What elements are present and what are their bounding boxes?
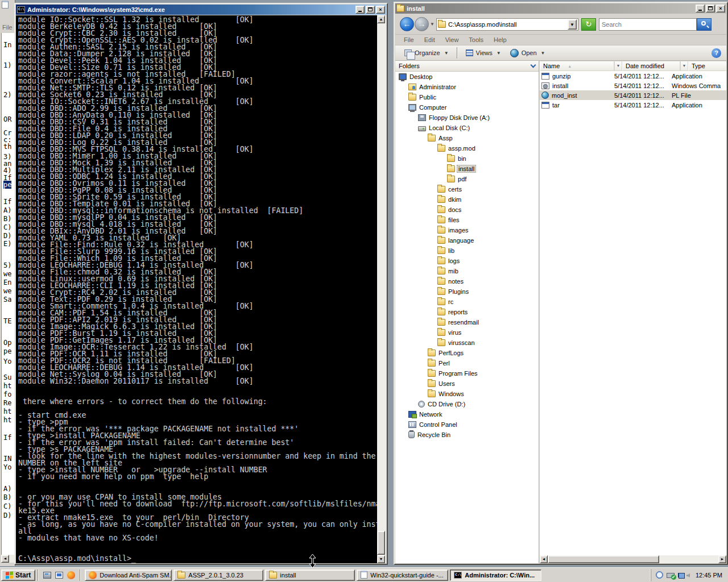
notepad-window[interactable]: File In1)2)ORCrc:th3)an4)IfpeIfA)B)C)D)E… [0,0,15,566]
column-header[interactable]: Type [688,61,726,71]
notepad-file-menu[interactable]: File [2,24,13,31]
tree-item[interactable]: rc [395,297,539,307]
tree-item[interactable]: bin [395,153,539,164]
forward-button[interactable]: → [415,17,429,31]
views-button[interactable]: Views ▼ [462,48,504,58]
files-horizontal-scrollbar[interactable]: ◄ ► [540,555,726,563]
cmd-window[interactable]: Administrator: C:\Windows\system32\cmd.e… [14,3,388,565]
address-bar[interactable]: C:\Assp\assp.mod\install ▼ [436,18,578,31]
tree-item[interactable]: images [395,225,539,235]
tree-item[interactable]: Program Files [395,368,539,379]
tree-item[interactable]: Local Disk (C:) [395,123,539,133]
scroll-left-button[interactable]: ◄ [540,555,548,563]
tree-item[interactable]: resendmail [395,317,539,327]
history-dropdown-icon[interactable]: ▼ [430,22,435,27]
address-dropdown-button[interactable]: ▼ [568,19,577,30]
tree-item[interactable]: Recycle Bin [395,430,539,440]
refresh-button[interactable]: ↻ [581,18,596,31]
file-row[interactable]: mod_inst 5/14/2011 12:12... PL File [540,90,726,100]
menu-item[interactable]: File [399,35,419,44]
scroll-left-button[interactable]: ◄ [1,555,9,563]
tree-item[interactable]: logs [395,256,539,266]
tree-item[interactable]: language [395,235,539,246]
scrollbar-thumb[interactable] [377,531,385,555]
tree-item[interactable]: Network [395,409,539,419]
menu-item[interactable]: Edit [419,35,440,44]
tree-item[interactable]: files [395,215,539,225]
maximize-button[interactable] [366,6,375,14]
tree-item[interactable]: Assp [395,133,539,143]
tree-item[interactable]: CD Drive (D:) [395,399,539,409]
menu-item[interactable]: Help [489,35,512,44]
cmd-console[interactable]: module IO::Socket::SSL 1.32 is installed… [16,15,377,563]
tree-item[interactable]: mib [395,266,539,276]
file-row[interactable]: gunzip 5/14/2011 12:12... Application [540,71,726,81]
minimize-button[interactable] [355,6,365,14]
tree-item[interactable]: pdf [395,174,539,184]
network-globe-icon[interactable] [656,571,663,579]
notepad-text-area[interactable]: In1)2)ORCrc:th3)an4)IfpeIfA)B)C)D)E)5)we… [1,33,15,555]
search-box[interactable] [599,18,697,31]
minimize-button[interactable] [696,5,705,13]
tree-item[interactable]: notes [395,276,539,286]
tree-item[interactable]: Control Panel [395,419,539,430]
hardware-safely-remove-icon[interactable] [667,573,675,578]
tree-item[interactable]: virus [395,327,539,338]
tree-item[interactable]: Users [395,379,539,389]
menu-item[interactable]: View [440,35,464,44]
cmd-titlebar[interactable]: Administrator: C:\Windows\system32\cmd.e… [16,5,386,15]
task-button[interactable]: Win32-quickstart-guide -... [357,569,448,581]
volume-muted-icon[interactable] [686,573,690,577]
maximize-button[interactable] [706,5,715,13]
quick-launch-icon[interactable] [43,572,51,579]
file-row[interactable]: install 5/14/2011 12:12... Windows Comma [540,81,726,90]
tree-item[interactable]: Public [395,92,539,102]
tree-item[interactable]: Plugins [395,286,539,297]
close-button[interactable]: × [716,5,725,13]
task-button[interactable]: Download Anti-Spam SM... [85,569,172,581]
scrollbar-thumb[interactable] [548,555,659,563]
start-button[interactable]: Start [1,569,35,581]
scroll-right-button[interactable]: ► [718,555,726,563]
help-button[interactable]: ? [712,48,721,58]
close-button[interactable]: × [376,6,385,14]
scroll-down-button[interactable]: ▼ [377,555,385,563]
search-input[interactable] [599,19,696,30]
collapse-pane-icon[interactable] [531,63,536,68]
column-header[interactable]: Name ▲ [540,61,614,71]
tree-item[interactable]: reports [395,307,539,317]
column-header[interactable]: Date modified [622,61,680,71]
search-button[interactable] [697,18,712,31]
tree-item[interactable]: Perl [395,358,539,368]
quick-launch-icon[interactable] [55,572,63,579]
tree-item[interactable]: lib [395,246,539,256]
tree-item[interactable]: dkim [395,194,539,205]
tree-item[interactable]: Computer [395,102,539,113]
file-row[interactable]: tar 5/14/2011 12:12... Application [540,100,726,110]
cmd-vertical-scrollbar[interactable]: ▲ ▼ [377,15,386,563]
tree-item[interactable]: PerfLogs [395,348,539,358]
explorer-titlebar[interactable]: install × [395,3,726,14]
organize-button[interactable]: Organize ▼ [401,48,452,58]
column-filter-dropdown[interactable]: ▼ [680,61,688,71]
tree-item[interactable]: Administrator [395,82,539,92]
tree-item[interactable]: Windows [395,389,539,399]
clock[interactable]: 12:45 PM [696,572,722,579]
column-filter-dropdown[interactable]: ▼ [614,61,622,71]
network-connection-icon[interactable] [678,573,683,577]
tree-item[interactable]: Desktop [395,72,539,82]
back-button[interactable]: ← [400,17,414,31]
scroll-up-button[interactable]: ▲ [377,15,385,23]
menu-item[interactable]: Tools [464,35,489,44]
tree-item[interactable]: Floppy Disk Drive (A:) [395,113,539,123]
task-button[interactable]: install [265,569,355,581]
explorer-window[interactable]: install × ← → ▼ C:\Assp\assp.mod\install… [394,2,728,565]
tree-item[interactable]: docs [395,205,539,215]
task-button[interactable]: ASSP_2.0.1_3.0.23 [173,569,263,581]
tree-item[interactable]: install [395,164,539,174]
tree-item[interactable]: certs [395,184,539,194]
task-button[interactable]: Administrator: C:\Win... [450,569,541,581]
tree-item[interactable]: assp.mod [395,143,539,153]
tree-item[interactable]: virusscan [395,338,539,348]
quick-launch-icon[interactable] [67,571,75,579]
